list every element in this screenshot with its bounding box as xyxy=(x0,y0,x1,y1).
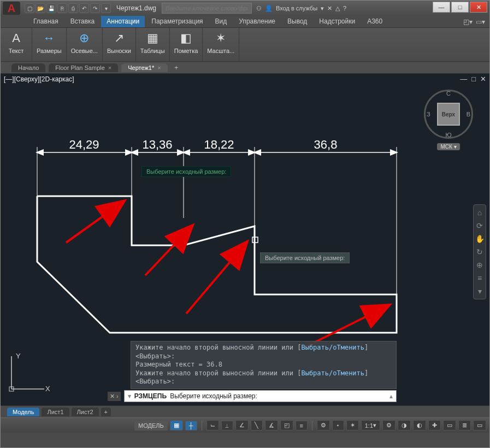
maximize-button[interactable]: □ xyxy=(451,2,469,13)
cloud-icon[interactable]: △ xyxy=(335,5,340,12)
command-line[interactable]: ▾ РЗМЦЕПЬ Выберите исходный размер: ▴ xyxy=(124,390,397,402)
status-grid-icon[interactable]: ▦ xyxy=(170,420,183,431)
nav-home-icon[interactable]: ⌂ xyxy=(477,208,482,217)
tab-output[interactable]: Вывод xyxy=(282,16,312,27)
exchange-icon[interactable]: ✕ xyxy=(327,5,332,12)
qat-undo-icon[interactable]: ↶ xyxy=(79,3,89,13)
layout-tab-sheet1[interactable]: Лист1 xyxy=(42,408,69,416)
login-dropdown-icon[interactable]: ▾ xyxy=(321,5,324,12)
status-otrack-icon[interactable]: ◰ xyxy=(280,420,293,431)
command-line-wrap: ✕ › ▾ РЗМЦЕПЬ Выберите исходный размер: … xyxy=(108,390,397,402)
command-name: РЗМЦЕПЬ xyxy=(134,392,167,400)
status-angle-icon[interactable]: ∠ xyxy=(235,420,249,431)
qat-save-icon[interactable]: 💾 xyxy=(46,3,56,13)
status-clean-icon[interactable]: ▭ xyxy=(473,420,486,431)
qat-open-icon[interactable]: 📂 xyxy=(36,3,45,13)
tab-home[interactable]: Главная xyxy=(28,16,64,27)
ribbon-text-caption: Текст xyxy=(9,48,24,54)
status-half2-icon[interactable]: ◐ xyxy=(413,420,426,431)
dim-text-2: 13,36 xyxy=(142,138,172,151)
viewcube-south[interactable]: Ю xyxy=(445,132,451,138)
status-snap-icon[interactable]: ┼ xyxy=(185,421,197,431)
qat-new-icon[interactable]: ▢ xyxy=(25,3,34,13)
nav-orbit-icon[interactable]: ↻ xyxy=(476,247,483,256)
nav-show-icon[interactable]: ≡ xyxy=(477,274,482,282)
doc-tab-close-icon[interactable]: × xyxy=(157,64,161,71)
ribbon-markup-panel[interactable]: ◧ Пометка xyxy=(170,28,203,61)
tab-addins[interactable]: Надстройки xyxy=(314,16,361,27)
tab-manage[interactable]: Управление xyxy=(233,16,281,27)
viewcube-face[interactable]: Верх xyxy=(437,103,460,126)
viewport-label[interactable]: [—][Сверху][2D-каркас] xyxy=(4,75,74,83)
drawing-canvas[interactable]: 24,29 13,36 18,22 36,8 Выберите исходный… xyxy=(1,84,489,405)
tab-parametric[interactable]: Параметризация xyxy=(146,16,208,27)
doc-tab-add-button[interactable]: + xyxy=(171,64,182,72)
status-lineweight-icon[interactable]: ≡ xyxy=(296,421,308,431)
tab-insert[interactable]: Вставка xyxy=(65,16,101,27)
qat-redo-icon[interactable]: ↷ xyxy=(90,3,100,13)
tab-featured-icon[interactable]: ◰▾ xyxy=(463,18,473,26)
status-osnap-icon[interactable]: ∡ xyxy=(265,420,278,431)
help-icon[interactable]: ? xyxy=(343,5,346,11)
nav-pan-icon[interactable]: ✋ xyxy=(475,234,485,243)
viewport-close-icon[interactable]: ✕ xyxy=(480,75,486,83)
viewcube-north[interactable]: С xyxy=(446,90,451,97)
status-model-button[interactable]: МОДЕЛЬ xyxy=(134,421,168,431)
qat-saveas-icon[interactable]: ⎘ xyxy=(57,3,67,13)
status-polar-icon[interactable]: ⟂ xyxy=(221,421,233,431)
nav-zoom-icon[interactable]: ⊕ xyxy=(476,261,483,269)
layout-tab-sheet2[interactable]: Лист2 xyxy=(72,408,99,416)
ucs-badge[interactable]: МСК ▾ xyxy=(437,143,459,150)
tab-annotation[interactable]: Аннотации xyxy=(101,16,145,27)
svg-line-14 xyxy=(145,226,192,275)
infocenter-icon[interactable]: ⚇ xyxy=(256,5,262,12)
login-label[interactable]: Вход в службы xyxy=(276,5,317,11)
minimize-button[interactable]: — xyxy=(433,2,450,13)
doc-tab-floorplan[interactable]: Floor Plan Sample× xyxy=(49,63,118,72)
ribbon-collapse-icon[interactable]: ▭▾ xyxy=(476,18,485,26)
tab-view[interactable]: Вид xyxy=(210,16,233,27)
status-scale[interactable]: 1:1 ▾ xyxy=(361,420,380,431)
user-icon[interactable]: 👤 xyxy=(265,5,273,12)
ribbon-text-panel[interactable]: A Текст xyxy=(1,28,32,61)
viewcube-west[interactable]: З xyxy=(427,111,430,117)
ribbon-dimension-panel[interactable]: ↔ Размеры xyxy=(32,28,67,61)
status-half1-icon[interactable]: ◑ xyxy=(398,420,411,431)
ribbon-scale-panel[interactable]: ✶ Масшта... xyxy=(203,28,239,61)
status-plus-icon[interactable]: ✚ xyxy=(428,420,441,431)
status-gear2-icon[interactable]: ⚙ xyxy=(382,420,395,431)
ribbon: A Текст ↔ Размеры ⊕ Осевые... ↗ Выноски … xyxy=(1,28,489,62)
qat-dropdown-icon[interactable]: ▾ xyxy=(101,3,111,13)
doc-tab-start[interactable]: Начало xyxy=(11,63,45,72)
doc-tab-close-icon[interactable]: × xyxy=(108,64,111,71)
close-button[interactable]: ✕ xyxy=(470,2,487,13)
viewport-maximize-icon[interactable]: □ xyxy=(471,75,476,83)
search-input[interactable] xyxy=(162,3,252,14)
layout-tab-model[interactable]: Модель xyxy=(7,408,39,416)
cmdline-expand-icon[interactable]: ▾ xyxy=(128,392,131,400)
status-iso-icon[interactable]: ╲ xyxy=(251,420,263,431)
cmdline-up-icon[interactable]: ▴ xyxy=(389,392,393,400)
layout-tab-add[interactable]: + xyxy=(101,408,111,416)
viewcube[interactable]: С Ю В З Верх МСК ▾ xyxy=(424,90,473,150)
qat-print-icon[interactable]: ⎙ xyxy=(68,3,78,13)
nav-more-icon[interactable]: ▾ xyxy=(478,287,482,296)
viewport-header: [—][Сверху][2D-каркас] — □ ✕ xyxy=(1,74,489,84)
status-viewport-icon[interactable]: ▭ xyxy=(443,420,456,431)
status-star-icon[interactable]: ⋆ xyxy=(332,420,344,431)
status-gear-icon[interactable]: ⚙ xyxy=(317,420,330,431)
ribbon-centerline-panel[interactable]: ⊕ Осевые... xyxy=(67,28,103,61)
app-logo[interactable]: A xyxy=(3,2,20,15)
cmdline-close-icon[interactable]: ✕ › xyxy=(108,392,121,401)
nav-wheel-icon[interactable]: ⟳ xyxy=(476,221,483,230)
status-anno-icon[interactable]: ✶ xyxy=(346,420,359,431)
leader-icon: ↗ xyxy=(110,30,128,46)
tab-a360[interactable]: A360 xyxy=(362,16,388,27)
status-ortho-icon[interactable]: ⌙ xyxy=(206,420,219,431)
status-custom-icon[interactable]: ≣ xyxy=(458,420,471,431)
viewcube-east[interactable]: В xyxy=(467,111,470,117)
ribbon-tables-panel[interactable]: ▦ Таблицы xyxy=(136,28,170,61)
ribbon-leader-panel[interactable]: ↗ Выноски xyxy=(103,28,136,61)
doc-tab-current[interactable]: Чертеж1*× xyxy=(121,63,167,72)
viewport-minimize-icon[interactable]: — xyxy=(460,75,467,83)
